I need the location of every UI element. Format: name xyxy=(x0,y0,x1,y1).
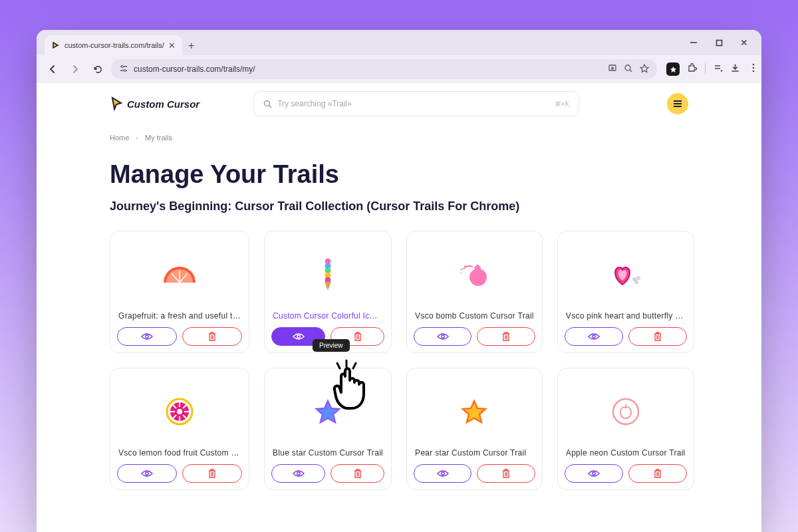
trail-thumbnail xyxy=(565,238,687,311)
trail-thumbnail xyxy=(117,375,242,448)
trail-thumbnail xyxy=(414,375,535,448)
svg-point-22 xyxy=(146,335,149,338)
new-tab-button[interactable]: + xyxy=(182,37,201,55)
install-icon[interactable] xyxy=(608,64,617,75)
svg-point-5 xyxy=(124,69,126,71)
search-input[interactable]: Try searching «Trail» ⌘+K xyxy=(253,91,579,116)
extensions-icon[interactable] xyxy=(686,63,697,76)
trail-title: Pear star Custom Cursor Trail xyxy=(414,448,535,458)
tab-close-icon[interactable]: ✕ xyxy=(168,41,176,51)
trail-title: Vsco pink heart and butterfly … xyxy=(565,311,687,321)
trail-title: Custom Cursor Colorful Ic… xyxy=(271,311,384,321)
svg-point-29 xyxy=(469,269,487,286)
svg-point-33 xyxy=(460,272,462,273)
breadcrumb-home[interactable]: Home xyxy=(110,134,129,142)
trail-card: Vsco bomb Custom Cursor Trail xyxy=(406,231,543,353)
chevron-right-icon: › xyxy=(136,134,138,142)
svg-point-34 xyxy=(442,335,445,338)
breadcrumb: Home › My trails xyxy=(110,134,688,142)
trail-thumbnail xyxy=(565,375,687,448)
trail-card: Pear star Custom Cursor Trail xyxy=(406,368,543,490)
search-shortcut: ⌘+K xyxy=(555,100,570,108)
svg-point-7 xyxy=(625,65,630,70)
trail-card: Custom Cursor Colorful Ic… xyxy=(264,231,392,353)
hamburger-menu-button[interactable] xyxy=(667,93,688,114)
star-icon[interactable] xyxy=(640,64,649,75)
svg-point-38 xyxy=(593,335,596,338)
close-window-icon[interactable]: ✕ xyxy=(739,37,749,48)
svg-point-28 xyxy=(297,335,300,338)
delete-button[interactable] xyxy=(477,464,535,483)
page-subheading: Journey's Beginning: Cursor Trail Collec… xyxy=(110,200,688,213)
delete-button[interactable] xyxy=(477,327,535,346)
download-icon[interactable] xyxy=(730,63,740,76)
preview-button[interactable] xyxy=(271,464,325,483)
svg-point-4 xyxy=(121,65,123,67)
trail-title: Vsco bomb Custom Cursor Trail xyxy=(414,311,535,321)
svg-point-37 xyxy=(634,280,638,284)
browser-tab[interactable]: custom-cursor-trails.com/trails/ ✕ xyxy=(45,35,182,55)
page-heading: Manage Your Trails xyxy=(110,160,688,189)
svg-point-56 xyxy=(593,472,596,475)
trail-card: Apple neon Custom Cursor Trail xyxy=(557,368,694,490)
maximize-icon[interactable] xyxy=(714,37,724,48)
breadcrumb-current: My trails xyxy=(145,134,172,142)
svg-point-11 xyxy=(753,64,755,66)
svg-point-14 xyxy=(265,100,270,106)
preview-button[interactable] xyxy=(117,464,177,483)
delete-button[interactable] xyxy=(331,464,384,483)
delete-button[interactable] xyxy=(628,464,687,483)
svg-point-52 xyxy=(442,472,445,475)
delete-button[interactable] xyxy=(182,327,242,346)
svg-line-8 xyxy=(630,70,632,72)
site-logo[interactable]: Custom Cursor xyxy=(110,96,200,112)
tab-title: custom-cursor-trails.com/trails/ xyxy=(65,41,164,49)
svg-point-51 xyxy=(297,472,300,475)
zoom-icon[interactable] xyxy=(624,64,633,75)
trail-title: Grapefruit: a fresh and useful t… xyxy=(117,311,242,321)
site-settings-icon[interactable] xyxy=(119,64,128,75)
extension-badge-icon[interactable] xyxy=(666,63,680,76)
address-bar: custom-cursor-trails.com/trails/my/ xyxy=(37,55,761,83)
trail-card: Grapefruit: a fresh and useful t… xyxy=(110,231,249,353)
browser-tab-bar: custom-cursor-trails.com/trails/ ✕ + ✕ xyxy=(37,30,761,55)
preview-button[interactable] xyxy=(565,327,623,346)
logo-text: Custom Cursor xyxy=(127,98,200,110)
svg-point-41 xyxy=(177,409,182,414)
url-field[interactable]: custom-cursor-trails.com/trails/my/ xyxy=(111,59,657,79)
preview-tooltip: Preview xyxy=(313,339,350,352)
delete-button[interactable] xyxy=(628,327,687,346)
svg-point-31 xyxy=(461,269,463,271)
hamburger-icon xyxy=(673,100,682,108)
svg-line-15 xyxy=(269,105,272,108)
media-icon[interactable] xyxy=(714,63,724,76)
svg-point-13 xyxy=(753,70,755,72)
forward-button[interactable] xyxy=(66,60,84,78)
svg-point-36 xyxy=(636,276,640,280)
trail-thumbnail xyxy=(271,375,384,448)
reload-button[interactable] xyxy=(88,60,107,78)
preview-button[interactable] xyxy=(565,464,623,483)
url-text: custom-cursor-trails.com/trails/my/ xyxy=(134,65,602,74)
search-placeholder: Try searching «Trail» xyxy=(277,99,352,108)
trail-thumbnail xyxy=(271,238,384,311)
trail-thumbnail xyxy=(414,238,535,311)
preview-button[interactable] xyxy=(414,327,471,346)
window-controls: ✕ xyxy=(676,30,761,55)
svg-point-50 xyxy=(146,472,149,475)
delete-button[interactable] xyxy=(182,464,242,483)
trail-card: Blue star Custom Cursor Trail xyxy=(264,368,392,490)
trail-title: Apple neon Custom Cursor Trail xyxy=(565,448,687,458)
trail-grid: Grapefruit: a fresh and useful t… Custom… xyxy=(110,231,688,490)
minimize-icon[interactable] xyxy=(688,37,699,48)
back-button[interactable] xyxy=(43,60,62,78)
separator xyxy=(705,63,706,75)
trail-title: Vsco lemon food fruit Custom … xyxy=(117,448,242,458)
preview-button[interactable] xyxy=(414,464,471,483)
svg-point-53 xyxy=(613,399,638,424)
preview-button[interactable] xyxy=(117,327,177,346)
trail-card: Vsco lemon food fruit Custom … xyxy=(110,368,249,490)
search-icon xyxy=(263,100,272,108)
more-icon[interactable] xyxy=(752,63,755,76)
trail-title: Blue star Custom Cursor Trail xyxy=(271,448,384,458)
